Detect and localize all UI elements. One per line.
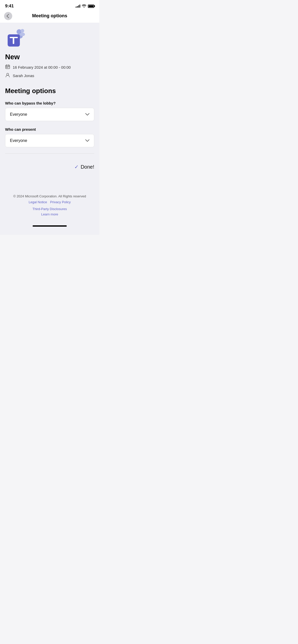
status-icons: [76, 4, 94, 8]
svg-point-3: [20, 33, 25, 36]
svg-rect-11: [6, 67, 7, 67]
meeting-name: New: [5, 53, 94, 61]
svg-rect-6: [13, 37, 14, 44]
copyright-text: © 2024 Microsoft Corporation. All Rights…: [10, 194, 89, 198]
status-bar: 9:41: [0, 0, 99, 11]
privacy-policy-link[interactable]: Privacy Policy: [50, 200, 71, 204]
legal-notice-link[interactable]: Legal Notice: [29, 200, 47, 204]
wifi-icon: [82, 4, 86, 8]
lobby-value: Everyone: [10, 112, 27, 117]
meeting-meta: 16 February 2024 at 00:00 - 00:00 Sarah …: [5, 64, 94, 79]
lobby-select[interactable]: Everyone: [5, 108, 94, 121]
done-label: Done!: [81, 164, 94, 170]
lobby-question: Who can bypass the lobby?: [5, 101, 94, 105]
meeting-organizer-item: Sarah Jonas: [5, 72, 94, 79]
svg-rect-13: [8, 67, 9, 67]
status-time: 9:41: [5, 4, 14, 9]
nav-bar: Meeting options: [0, 11, 99, 23]
meeting-organizer: Sarah Jonas: [13, 74, 34, 78]
main-content: New 16 February 2024 at 00:00 - 00:00: [0, 23, 99, 235]
home-indicator: [33, 225, 67, 227]
teams-logo: [5, 29, 25, 48]
calendar-icon: [5, 64, 10, 70]
done-button[interactable]: ✓ Done!: [74, 164, 94, 170]
signal-icon: [76, 5, 80, 8]
section-title: Meeting options: [5, 87, 94, 95]
done-area: ✓ Done!: [5, 160, 94, 174]
third-party-link[interactable]: Third-Party Disclosures: [32, 207, 67, 211]
meeting-date: 16 February 2024 at 00:00 - 00:00: [13, 65, 71, 69]
back-button[interactable]: [4, 12, 12, 20]
present-question: Who can present: [5, 127, 94, 131]
divider: [5, 153, 94, 154]
present-option-group: Who can present Everyone: [5, 127, 94, 147]
battery-icon: [88, 5, 94, 8]
present-value: Everyone: [10, 138, 27, 143]
svg-rect-14: [6, 67, 7, 68]
svg-rect-12: [7, 67, 8, 67]
svg-point-16: [7, 73, 9, 75]
present-select[interactable]: Everyone: [5, 134, 94, 147]
footer-links: Legal Notice Privacy Policy Third-Party …: [10, 200, 89, 211]
svg-point-2: [21, 29, 24, 33]
page-title: Meeting options: [32, 13, 67, 19]
chevron-down-icon-2: [85, 139, 89, 143]
chevron-down-icon: [85, 112, 89, 116]
lobby-option-group: Who can bypass the lobby? Everyone: [5, 101, 94, 121]
svg-rect-15: [7, 67, 8, 68]
back-icon: [6, 14, 11, 18]
learn-more-link[interactable]: Learn more: [10, 212, 89, 216]
meeting-date-item: 16 February 2024 at 00:00 - 00:00: [5, 64, 94, 70]
check-icon: ✓: [74, 164, 79, 170]
person-icon: [5, 72, 10, 79]
footer: © 2024 Microsoft Corporation. All Rights…: [5, 189, 94, 225]
